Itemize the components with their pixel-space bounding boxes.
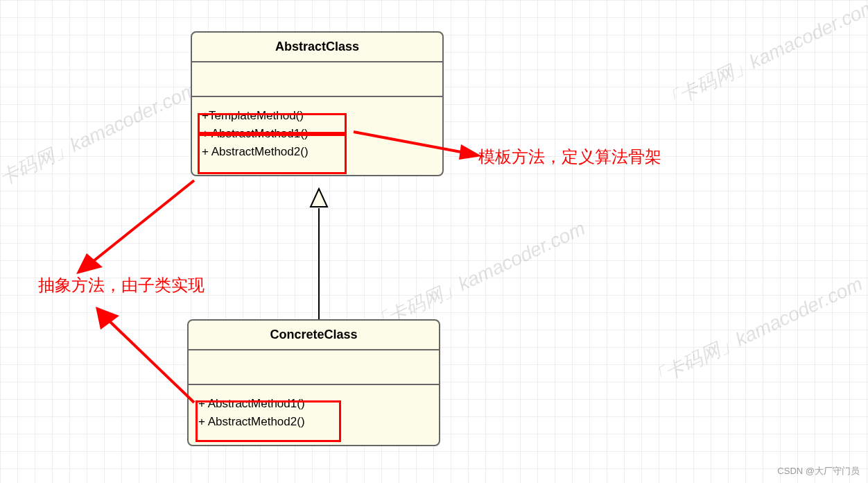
uml-abstract-class: AbstractClass +TemplateMethod() + Abstra… xyxy=(191,31,444,176)
concrete-class-title: ConcreteClass xyxy=(189,321,439,350)
annotation-template-method: 模板方法，定义算法骨架 xyxy=(478,146,661,168)
abstract-class-attributes xyxy=(192,62,442,97)
concrete-method2: + AbstractMethod2() xyxy=(198,413,429,431)
uml-concrete-class: ConcreteClass + AbstractMethod1() + Abst… xyxy=(187,319,440,446)
concrete-class-attributes xyxy=(189,350,439,385)
concrete-method1: + AbstractMethod1() xyxy=(198,395,429,413)
method-template: +TemplateMethod() xyxy=(202,107,433,125)
method-abstract2: + AbstractMethod2() xyxy=(202,143,433,161)
abstract-class-title: AbstractClass xyxy=(192,33,442,62)
annotation-abstract-method: 抽象方法，由子类实现 xyxy=(38,274,205,296)
method-abstract1: + AbstractMethod1() xyxy=(202,125,433,143)
concrete-class-methods: + AbstractMethod1() + AbstractMethod2() xyxy=(189,385,439,445)
abstract-class-methods: +TemplateMethod() + AbstractMethod1() + … xyxy=(192,97,442,175)
footer-credit: CSDN @大厂守门员 xyxy=(777,465,860,477)
